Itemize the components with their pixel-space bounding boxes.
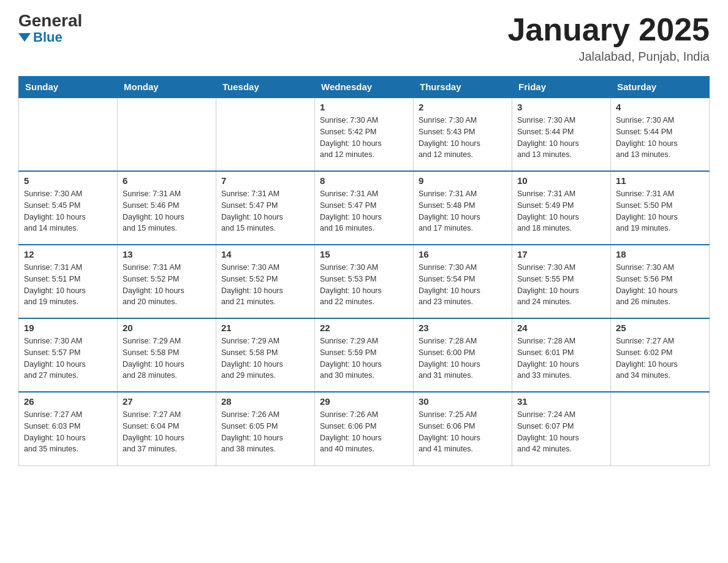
day-number: 8 (320, 175, 408, 186)
day-info: Sunrise: 7:30 AM Sunset: 5:44 PM Dayligh… (616, 115, 704, 161)
day-number: 21 (221, 323, 309, 333)
day-number: 7 (221, 175, 309, 186)
week-row-4: 26Sunrise: 7:27 AM Sunset: 6:03 PM Dayli… (19, 392, 710, 465)
header-cell-sunday: Sunday (19, 77, 118, 98)
calendar-header: SundayMondayTuesdayWednesdayThursdayFrid… (19, 77, 710, 98)
day-cell: 25Sunrise: 7:27 AM Sunset: 6:02 PM Dayli… (611, 318, 710, 392)
header-cell-friday: Friday (512, 77, 611, 98)
day-cell: 30Sunrise: 7:25 AM Sunset: 6:06 PM Dayli… (414, 392, 512, 465)
day-info: Sunrise: 7:30 AM Sunset: 5:52 PM Dayligh… (221, 262, 309, 308)
day-cell: 13Sunrise: 7:31 AM Sunset: 5:52 PM Dayli… (118, 245, 216, 318)
week-row-3: 19Sunrise: 7:30 AM Sunset: 5:57 PM Dayli… (19, 318, 710, 392)
header-cell-tuesday: Tuesday (216, 77, 315, 98)
header-cell-saturday: Saturday (611, 77, 710, 98)
logo-blue-text: Blue (18, 29, 63, 45)
day-number: 14 (221, 249, 309, 259)
day-cell (19, 98, 118, 171)
day-number: 28 (221, 396, 309, 407)
day-cell: 21Sunrise: 7:29 AM Sunset: 5:58 PM Dayli… (216, 318, 315, 392)
day-number: 23 (419, 323, 507, 333)
day-info: Sunrise: 7:30 AM Sunset: 5:44 PM Dayligh… (517, 115, 605, 161)
day-info: Sunrise: 7:31 AM Sunset: 5:46 PM Dayligh… (123, 188, 211, 234)
day-number: 15 (320, 249, 408, 259)
day-cell: 31Sunrise: 7:24 AM Sunset: 6:07 PM Dayli… (512, 392, 611, 465)
day-info: Sunrise: 7:31 AM Sunset: 5:51 PM Dayligh… (24, 262, 112, 308)
day-cell: 18Sunrise: 7:30 AM Sunset: 5:56 PM Dayli… (611, 245, 710, 318)
day-cell: 8Sunrise: 7:31 AM Sunset: 5:47 PM Daylig… (315, 171, 414, 245)
day-cell: 11Sunrise: 7:31 AM Sunset: 5:50 PM Dayli… (611, 171, 710, 245)
day-cell: 29Sunrise: 7:26 AM Sunset: 6:06 PM Dayli… (315, 392, 414, 465)
day-number: 25 (616, 323, 704, 333)
day-cell (611, 392, 710, 465)
day-cell: 6Sunrise: 7:31 AM Sunset: 5:46 PM Daylig… (118, 171, 216, 245)
day-number: 1 (320, 102, 408, 112)
day-cell: 20Sunrise: 7:29 AM Sunset: 5:58 PM Dayli… (118, 318, 216, 392)
day-number: 17 (517, 249, 605, 259)
calendar-table: SundayMondayTuesdayWednesdayThursdayFrid… (18, 76, 710, 466)
day-number: 29 (320, 396, 408, 407)
week-row-0: 1Sunrise: 7:30 AM Sunset: 5:42 PM Daylig… (19, 98, 710, 171)
day-number: 19 (24, 323, 112, 333)
day-info: Sunrise: 7:29 AM Sunset: 5:58 PM Dayligh… (123, 335, 211, 381)
day-number: 13 (123, 249, 211, 259)
header-cell-thursday: Thursday (414, 77, 512, 98)
day-info: Sunrise: 7:28 AM Sunset: 6:00 PM Dayligh… (419, 335, 507, 381)
day-info: Sunrise: 7:27 AM Sunset: 6:03 PM Dayligh… (24, 409, 112, 455)
day-number: 9 (419, 175, 507, 186)
calendar-subtitle: Jalalabad, Punjab, India (507, 50, 710, 64)
day-info: Sunrise: 7:31 AM Sunset: 5:47 PM Dayligh… (320, 188, 408, 234)
header-cell-wednesday: Wednesday (315, 77, 414, 98)
logo-blue-label: Blue (33, 29, 63, 45)
day-cell: 26Sunrise: 7:27 AM Sunset: 6:03 PM Dayli… (19, 392, 118, 465)
day-info: Sunrise: 7:29 AM Sunset: 5:58 PM Dayligh… (221, 335, 309, 381)
day-info: Sunrise: 7:31 AM Sunset: 5:47 PM Dayligh… (221, 188, 309, 234)
logo-triangle-icon (18, 33, 31, 42)
day-number: 20 (123, 323, 211, 333)
day-info: Sunrise: 7:27 AM Sunset: 6:04 PM Dayligh… (123, 409, 211, 455)
day-number: 31 (517, 396, 605, 407)
day-number: 3 (517, 102, 605, 112)
header-cell-monday: Monday (118, 77, 216, 98)
day-cell: 4Sunrise: 7:30 AM Sunset: 5:44 PM Daylig… (611, 98, 710, 171)
day-info: Sunrise: 7:26 AM Sunset: 6:06 PM Dayligh… (320, 409, 408, 455)
day-info: Sunrise: 7:28 AM Sunset: 6:01 PM Dayligh… (517, 335, 605, 381)
day-info: Sunrise: 7:30 AM Sunset: 5:55 PM Dayligh… (517, 262, 605, 308)
day-info: Sunrise: 7:30 AM Sunset: 5:54 PM Dayligh… (419, 262, 507, 308)
day-cell: 19Sunrise: 7:30 AM Sunset: 5:57 PM Dayli… (19, 318, 118, 392)
day-number: 30 (419, 396, 507, 407)
page-header: General Blue January 2025 Jalalabad, Pun… (18, 12, 710, 64)
day-info: Sunrise: 7:30 AM Sunset: 5:56 PM Dayligh… (616, 262, 704, 308)
day-cell: 27Sunrise: 7:27 AM Sunset: 6:04 PM Dayli… (118, 392, 216, 465)
day-info: Sunrise: 7:30 AM Sunset: 5:45 PM Dayligh… (24, 188, 112, 234)
week-row-1: 5Sunrise: 7:30 AM Sunset: 5:45 PM Daylig… (19, 171, 710, 245)
day-info: Sunrise: 7:26 AM Sunset: 6:05 PM Dayligh… (221, 409, 309, 455)
day-info: Sunrise: 7:31 AM Sunset: 5:49 PM Dayligh… (517, 188, 605, 234)
day-number: 26 (24, 396, 112, 407)
day-cell: 23Sunrise: 7:28 AM Sunset: 6:00 PM Dayli… (414, 318, 512, 392)
day-info: Sunrise: 7:29 AM Sunset: 5:59 PM Dayligh… (320, 335, 408, 381)
day-number: 27 (123, 396, 211, 407)
day-info: Sunrise: 7:30 AM Sunset: 5:42 PM Dayligh… (320, 115, 408, 161)
day-cell: 10Sunrise: 7:31 AM Sunset: 5:49 PM Dayli… (512, 171, 611, 245)
day-cell (216, 98, 315, 171)
logo-general-text: General (18, 12, 82, 29)
day-number: 24 (517, 323, 605, 333)
day-info: Sunrise: 7:25 AM Sunset: 6:06 PM Dayligh… (419, 409, 507, 455)
day-cell: 14Sunrise: 7:30 AM Sunset: 5:52 PM Dayli… (216, 245, 315, 318)
day-cell: 24Sunrise: 7:28 AM Sunset: 6:01 PM Dayli… (512, 318, 611, 392)
day-cell: 28Sunrise: 7:26 AM Sunset: 6:05 PM Dayli… (216, 392, 315, 465)
calendar-title: January 2025 (507, 12, 710, 47)
day-cell: 16Sunrise: 7:30 AM Sunset: 5:54 PM Dayli… (414, 245, 512, 318)
day-number: 11 (616, 175, 704, 186)
day-info: Sunrise: 7:31 AM Sunset: 5:50 PM Dayligh… (616, 188, 704, 234)
day-cell: 5Sunrise: 7:30 AM Sunset: 5:45 PM Daylig… (19, 171, 118, 245)
day-number: 4 (616, 102, 704, 112)
day-cell: 15Sunrise: 7:30 AM Sunset: 5:53 PM Dayli… (315, 245, 414, 318)
header-row: SundayMondayTuesdayWednesdayThursdayFrid… (19, 77, 710, 98)
logo: General Blue (18, 12, 82, 45)
week-row-2: 12Sunrise: 7:31 AM Sunset: 5:51 PM Dayli… (19, 245, 710, 318)
day-info: Sunrise: 7:31 AM Sunset: 5:52 PM Dayligh… (123, 262, 211, 308)
day-info: Sunrise: 7:31 AM Sunset: 5:48 PM Dayligh… (419, 188, 507, 234)
calendar-body: 1Sunrise: 7:30 AM Sunset: 5:42 PM Daylig… (19, 98, 710, 465)
day-info: Sunrise: 7:30 AM Sunset: 5:53 PM Dayligh… (320, 262, 408, 308)
